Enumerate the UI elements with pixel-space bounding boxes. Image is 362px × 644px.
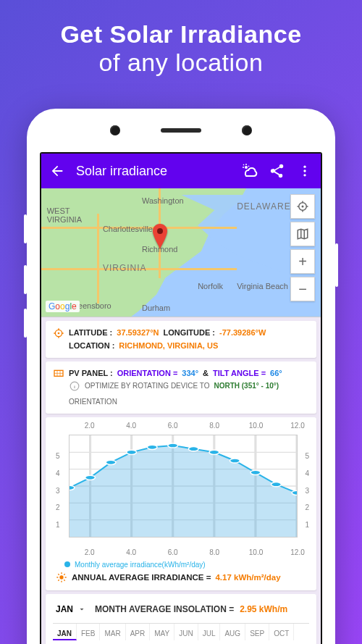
annual-value: 4.17 kWh/m²/day <box>215 573 280 582</box>
lon-label: LONGITUDE : <box>164 327 216 340</box>
map-icon <box>296 227 309 241</box>
location-value: RICHMOND, VIRGINIA, US <box>119 340 218 353</box>
hint-direction: NORTH (351° - 10°) <box>214 380 279 392</box>
map-layers-button[interactable] <box>290 222 315 246</box>
map-zoom-out-button[interactable]: − <box>290 277 315 301</box>
coordinates-card: LATITUDE : 37.59327°N LONGITUDE : -77.39… <box>46 321 316 358</box>
sun-icon <box>56 572 67 583</box>
map-label: DELAWARE <box>237 201 290 212</box>
y-tick: 5 <box>56 452 60 460</box>
overflow-button[interactable] <box>296 162 313 180</box>
share-button[interactable] <box>269 162 286 180</box>
month-tabs: JANFEBMARAPRMAYJUNJULAUGSEPOCT <box>53 623 309 640</box>
svg-point-26 <box>147 445 157 449</box>
ampersand: & <box>203 367 209 380</box>
x-tick: 4.0 <box>126 548 136 556</box>
hint-pre: OPTIMIZE BY ROTATING DEVICE TO <box>85 380 209 392</box>
month-tab[interactable]: AUG <box>220 624 245 640</box>
annual-label: ANNUAL AVERAGE IRRADIANCE = <box>72 573 211 582</box>
target-icon <box>53 327 64 339</box>
month-avg-value: 2.95 kWh/m <box>240 604 287 614</box>
phone-side-button <box>24 214 27 243</box>
chart-legend: Monthly average irradiance(kWh/m²/day) <box>64 561 311 569</box>
svg-point-6 <box>302 206 304 208</box>
map-label: WEST VIRGINIA <box>47 206 82 224</box>
weather-button[interactable] <box>241 162 258 180</box>
minus-icon: − <box>298 281 307 298</box>
map-zoom-in-button[interactable]: + <box>290 249 315 274</box>
map-label: VIRGINIA <box>103 263 147 273</box>
map-pin-icon[interactable] <box>151 224 167 240</box>
x-tick: 12.0 <box>290 422 304 430</box>
chevron-down-icon <box>77 605 86 614</box>
y-tick: 3 <box>56 486 60 494</box>
svg-point-29 <box>209 450 219 454</box>
map-view[interactable]: Washington DELAWARE WEST VIRGINIA Charlo… <box>41 188 321 317</box>
phone-side-button <box>335 243 338 287</box>
orientation-label: ORIENTATION = <box>117 367 178 380</box>
phone-notch <box>31 113 331 148</box>
phone-frame: Solar irradiance Washington DELAWARE WES… <box>27 109 335 644</box>
promo-line2: of any location <box>14 49 348 77</box>
plus-icon: + <box>298 254 307 270</box>
share-icon <box>269 163 285 179</box>
svg-point-1 <box>303 166 306 168</box>
month-tab[interactable]: MAR <box>100 624 125 640</box>
promo-title: Get Solar Irradiance of any location <box>0 0 362 94</box>
camera-dot <box>110 125 120 135</box>
google-logo: Google <box>46 301 80 312</box>
map-label: Virginia Beach <box>237 282 288 290</box>
solar-panel-icon <box>53 368 64 380</box>
x-tick: 2.0 <box>85 422 95 430</box>
map-locate-button[interactable] <box>290 194 315 219</box>
y-tick: 5 <box>305 452 309 460</box>
svg-point-25 <box>127 450 137 454</box>
x-tick: 4.0 <box>126 422 136 430</box>
info-icon <box>69 380 80 392</box>
pv-panel-card: PV PANEL : ORIENTATION = 334° & TILT ANG… <box>46 361 316 414</box>
sun-cloud-icon <box>241 162 258 180</box>
month-tab[interactable]: OCT <box>269 624 294 640</box>
chart-area: 11223344552.02.04.04.06.06.08.08.010.010… <box>51 425 311 548</box>
svg-point-8 <box>58 332 60 334</box>
hint-post: ORIENTATION <box>69 396 117 408</box>
month-tab[interactable]: JUL <box>198 624 221 640</box>
svg-point-33 <box>292 490 297 495</box>
month-dropdown[interactable]: JAN <box>53 603 89 616</box>
map-controls: + − <box>290 194 315 301</box>
month-tab[interactable]: APR <box>126 624 151 640</box>
month-tab[interactable]: JUN <box>174 624 198 640</box>
x-tick: 8.0 <box>209 548 219 556</box>
y-tick: 1 <box>56 521 60 529</box>
map-label: Washington <box>142 196 184 205</box>
pv-title: PV PANEL : <box>69 367 113 380</box>
x-tick: 10.0 <box>249 422 263 430</box>
svg-point-28 <box>188 446 198 451</box>
month-tab[interactable]: FEB <box>77 624 100 640</box>
y-tick: 2 <box>305 503 309 511</box>
month-tab[interactable]: JAN <box>53 624 77 640</box>
y-tick: 2 <box>56 503 60 511</box>
tilt-value: 66° <box>270 367 282 380</box>
back-button[interactable] <box>49 162 66 180</box>
month-avg-label: MONTH AVERAGE INSOLATION = <box>95 604 234 614</box>
irradiance-chart-card: 11223344552.02.04.04.06.06.08.08.010.010… <box>46 417 316 590</box>
y-tick: 4 <box>305 469 309 477</box>
month-tab[interactable]: SEP <box>245 624 269 640</box>
x-tick: 6.0 <box>168 422 178 430</box>
svg-point-24 <box>106 460 116 464</box>
legend-dot-icon <box>64 561 70 567</box>
line-chart <box>70 435 297 537</box>
x-tick: 12.0 <box>290 548 304 556</box>
orientation-value: 334° <box>182 367 198 380</box>
x-tick: 2.0 <box>85 548 95 556</box>
appbar-title: Solar irradiance <box>76 164 231 179</box>
lon-value: -77.39286°W <box>219 327 266 340</box>
x-tick: 10.0 <box>249 548 263 556</box>
tilt-label: TILT ANGLE = <box>213 367 266 380</box>
svg-point-3 <box>303 174 306 176</box>
svg-point-34 <box>59 575 63 579</box>
month-tab[interactable]: MAY <box>150 624 174 640</box>
lat-label: LATITUDE : <box>69 327 112 340</box>
more-vert-icon <box>298 164 312 178</box>
